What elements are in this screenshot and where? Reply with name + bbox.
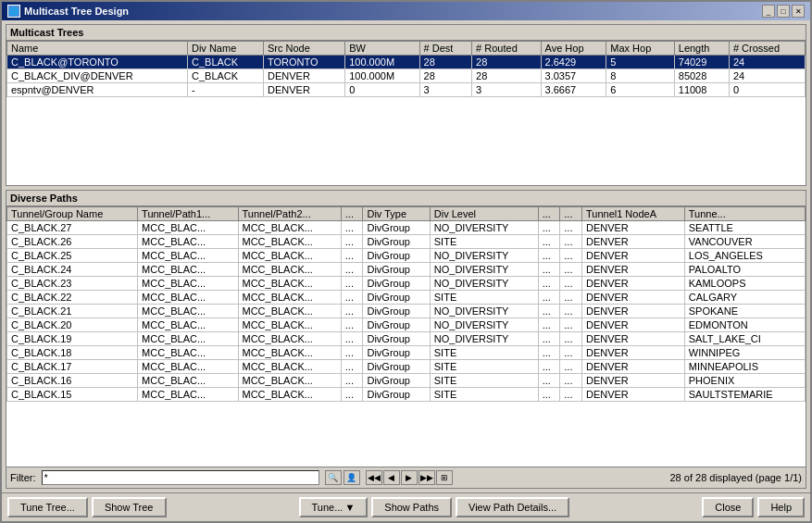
list-item[interactable]: C_BLACK.15MCC_BLAC...MCC_BLACK......DivG…: [7, 388, 806, 402]
filter-search-icon[interactable]: 🔍: [325, 470, 342, 485]
dp-col-divlevel: Div Level: [430, 207, 538, 221]
dp-col-tunne: Tunne...: [684, 207, 805, 221]
tune-button[interactable]: Tune... ▼: [299, 497, 369, 517]
diverse-paths-header-row: Tunnel/Group Name Tunnel/Path1... Tunnel…: [7, 207, 806, 221]
dp-col-nodea: Tunnel1 NodeA: [581, 207, 684, 221]
list-item[interactable]: C_BLACK.20MCC_BLAC...MCC_BLACK......DivG…: [7, 318, 806, 332]
nav-prev-button[interactable]: ◀: [383, 470, 400, 485]
help-button[interactable]: Help: [757, 497, 805, 517]
dp-col-path1: Tunnel/Path1...: [138, 207, 238, 221]
list-item[interactable]: C_BLACK.19MCC_BLAC...MCC_BLACK......DivG…: [7, 332, 806, 346]
filter-label: Filter:: [10, 472, 36, 483]
filter-person-icon[interactable]: 👤: [344, 470, 360, 485]
dp-col-divtype: Div Type: [363, 207, 430, 221]
col-maxhop: Max Hop: [606, 42, 675, 56]
diverse-paths-table-container[interactable]: Tunnel/Group Name Tunnel/Path1... Tunnel…: [6, 206, 806, 467]
nav-button-group: ◀◀ ◀ ▶ ▶▶ ⊞: [366, 470, 453, 485]
filter-input[interactable]: [42, 470, 319, 485]
col-bw: BW: [345, 42, 419, 56]
nav-grid-button[interactable]: ⊞: [436, 470, 453, 485]
multicast-trees-table-container[interactable]: Name Div Name Src Node BW # Dest # Route…: [6, 41, 806, 185]
table-row[interactable]: C_BLACK@TORONTOC_BLACKTORONTO100.000M282…: [7, 56, 806, 69]
list-item[interactable]: C_BLACK.25MCC_BLAC...MCC_BLACK......DivG…: [7, 249, 806, 263]
col-name: Name: [7, 42, 188, 56]
col-srcnode: Src Node: [264, 42, 345, 56]
list-item[interactable]: C_BLACK.24MCC_BLAC...MCC_BLACK......DivG…: [7, 263, 806, 277]
title-bar: 🌐 Multicast Tree Design _ □ ✕: [2, 2, 810, 20]
dp-col-path2: Tunnel/Path2...: [238, 207, 341, 221]
list-item[interactable]: C_BLACK.17MCC_BLAC...MCC_BLACK......DivG…: [7, 360, 806, 374]
list-item[interactable]: C_BLACK.26MCC_BLAC...MCC_BLACK......DivG…: [7, 235, 806, 249]
diverse-paths-header: Diverse Paths: [6, 191, 806, 206]
col-routed: # Routed: [472, 42, 541, 56]
col-divname: Div Name: [187, 42, 263, 56]
col-avehop: Ave Hop: [541, 42, 606, 56]
window-close-button[interactable]: ✕: [792, 5, 805, 18]
diverse-paths-table: Tunnel/Group Name Tunnel/Path1... Tunnel…: [6, 206, 806, 402]
dp-col-ellipsis1: ...: [341, 207, 363, 221]
tune-tree-button[interactable]: Tune Tree...: [7, 497, 88, 517]
multicast-trees-header-row: Name Div Name Src Node BW # Dest # Route…: [7, 42, 806, 56]
nav-next-button[interactable]: ▶: [401, 470, 418, 485]
window-title: Multicast Tree Design: [24, 6, 129, 17]
multicast-trees-table: Name Div Name Src Node BW # Dest # Route…: [6, 41, 806, 97]
dp-col-ellipsis3: ...: [560, 207, 582, 221]
filter-icons: 🔍 👤: [325, 470, 360, 485]
multicast-trees-section: Multicast Trees Name Div Name Src Node B…: [6, 24, 806, 186]
list-item[interactable]: C_BLACK.21MCC_BLAC...MCC_BLACK......DivG…: [7, 305, 806, 318]
list-item[interactable]: C_BLACK.23MCC_BLAC...MCC_BLACK......DivG…: [7, 277, 806, 291]
page-info: 28 of 28 displayed (page 1/1): [670, 472, 803, 483]
dp-col-ellipsis2: ...: [538, 207, 560, 221]
list-item[interactable]: C_BLACK.18MCC_BLAC...MCC_BLACK......DivG…: [7, 346, 806, 360]
multicast-trees-header: Multicast Trees: [6, 25, 806, 41]
filter-bar: Filter: 🔍 👤 ◀◀ ◀ ▶ ▶▶ ⊞ 28 of 28 display…: [6, 467, 806, 488]
dp-col-name: Tunnel/Group Name: [7, 207, 138, 221]
col-length: Length: [674, 42, 729, 56]
show-tree-button[interactable]: Show Tree: [92, 497, 167, 517]
view-path-details-button[interactable]: View Path Details...: [456, 497, 569, 517]
list-item[interactable]: C_BLACK.16MCC_BLAC...MCC_BLACK......DivG…: [7, 374, 806, 388]
button-bar: Tune Tree... Show Tree Tune... ▼ Show Pa…: [2, 492, 810, 521]
table-row[interactable]: espntv@DENVER-DENVER0333.66676110080: [7, 83, 806, 97]
maximize-button[interactable]: □: [777, 5, 790, 18]
nav-last-button[interactable]: ▶▶: [418, 470, 435, 485]
list-item[interactable]: C_BLACK.22MCC_BLAC...MCC_BLACK......DivG…: [7, 291, 806, 305]
list-item[interactable]: C_BLACK.27MCC_BLAC...MCC_BLACK......DivG…: [7, 221, 806, 235]
close-button[interactable]: Close: [702, 497, 754, 517]
main-window: 🌐 Multicast Tree Design _ □ ✕ Multicast …: [0, 0, 812, 523]
window-icon: 🌐: [7, 5, 20, 18]
diverse-paths-section: Diverse Paths Tunnel/Group Name Tunnel/P…: [6, 190, 806, 489]
col-crossed: # Crossed: [729, 42, 805, 56]
main-content: Multicast Trees Name Div Name Src Node B…: [2, 20, 810, 492]
show-paths-button[interactable]: Show Paths: [371, 497, 452, 517]
col-dest: # Dest: [419, 42, 472, 56]
minimize-button[interactable]: _: [762, 5, 775, 18]
nav-first-button[interactable]: ◀◀: [366, 470, 382, 485]
table-row[interactable]: C_BLACK_DIV@DENVERC_BLACKDENVER100.000M2…: [7, 69, 806, 83]
